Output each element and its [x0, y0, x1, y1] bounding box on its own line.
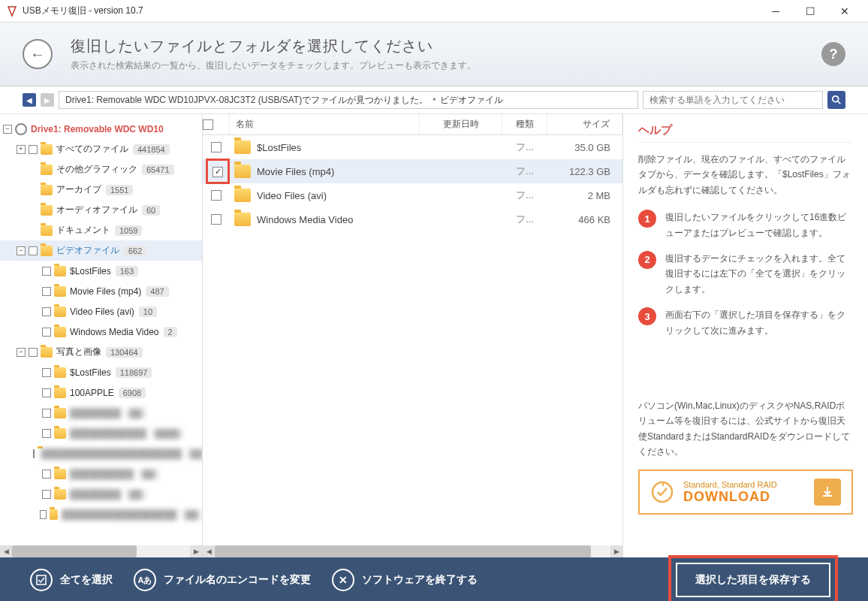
- file-checkbox[interactable]: [211, 142, 222, 153]
- tree-item[interactable]: ████████████████: [0, 423, 202, 443]
- column-date[interactable]: 更新日時: [420, 114, 502, 134]
- help-title: ヘルプ: [638, 123, 853, 143]
- column-name[interactable]: 名前: [230, 114, 420, 134]
- select-all-button[interactable]: 全てを選択: [30, 569, 113, 591]
- step-text: 復旧するデータにチェックを入れます。全て復旧するには左下の「全てを選択」をクリッ…: [665, 251, 853, 297]
- download-button[interactable]: [814, 479, 841, 506]
- save-highlight: 選択した項目を保存する: [668, 555, 838, 601]
- page-subtitle: 表示された検索結果の一覧から、復旧したいデータをチェックします。プレビューも表示…: [71, 59, 476, 72]
- file-size: 2 MB: [547, 190, 622, 201]
- column-size[interactable]: サイズ: [547, 114, 622, 134]
- file-name: Video Files (avi): [257, 190, 327, 201]
- download-icon: [650, 480, 674, 504]
- tree-panel: −Drive1: Removable WDC WD10+すべてのファイル4418…: [0, 114, 203, 557]
- minimize-button[interactable]: ─: [758, 0, 793, 23]
- tree-item[interactable]: ██████████: [0, 403, 202, 423]
- help-panel: ヘルプ 削除ファイル、現在のファイル、すべてのファイルタブから、データを確認しま…: [623, 114, 868, 557]
- folder-icon: [234, 140, 251, 154]
- close-button[interactable]: ✕: [827, 0, 862, 23]
- help-intro: 削除ファイル、現在のファイル、すべてのファイルタブから、データを確認します。「$…: [638, 152, 853, 198]
- file-type: フ...: [502, 189, 547, 202]
- select-all-label: 全てを選択: [60, 573, 113, 587]
- tree-item[interactable]: ██████████: [0, 484, 202, 504]
- select-all-checkbox[interactable]: [203, 119, 213, 130]
- tree-item[interactable]: Windows Media Video2: [0, 322, 202, 342]
- file-size: 35.0 GB: [547, 142, 622, 153]
- file-size: 466 KB: [547, 214, 622, 225]
- nav-back-icon[interactable]: ◀: [23, 93, 36, 107]
- tree-item[interactable]: $LostFiles163: [0, 261, 202, 281]
- file-type: フ...: [502, 213, 547, 226]
- file-checkbox[interactable]: [211, 214, 222, 225]
- app-icon: [6, 5, 18, 17]
- save-label: 選択した項目を保存する: [695, 573, 811, 585]
- tree-item[interactable]: ████████████████████████: [0, 443, 202, 464]
- folder-icon: [234, 189, 251, 202]
- page-title: 復旧したいファイルとフォルダを選択してください: [71, 36, 476, 56]
- tree-item[interactable]: −写真と画像130464: [0, 342, 202, 362]
- tree-item[interactable]: Video Files (avi)10: [0, 301, 202, 322]
- file-scrollbar[interactable]: ◀ ▶: [203, 545, 622, 557]
- tree-item[interactable]: ████████████████████: [0, 504, 202, 524]
- back-button[interactable]: ←: [23, 39, 53, 69]
- exit-button[interactable]: ✕ ソフトウェアを終了する: [332, 569, 478, 591]
- step-number-icon: 3: [638, 307, 656, 325]
- help-step: 2復旧するデータにチェックを入れます。全て復旧するには左下の「全てを選択」をクリ…: [638, 251, 853, 297]
- tree-item[interactable]: ドキュメント1059: [0, 220, 202, 240]
- step-text: 画面右下の「選択した項目を保存する」をクリックして次に進みます。: [665, 307, 853, 338]
- scroll-right-icon[interactable]: ▶: [190, 545, 202, 557]
- help-step: 1復旧したいファイルをクリックして16進数ビューアまたはプレビューで確認します。: [638, 210, 853, 240]
- breadcrumb-current: ビデオファイル: [440, 94, 503, 107]
- encoding-button[interactable]: Aあ ファイル名のエンコードを変更: [134, 569, 311, 591]
- tree-item[interactable]: +すべてのファイル441854: [0, 139, 202, 159]
- file-header: 名前 更新日時 種類 サイズ: [203, 114, 622, 135]
- titlebar: USBメモリ復旧 - version 10.7 ─ ☐ ✕: [0, 0, 868, 23]
- tree-scrollbar[interactable]: ◀ ▶: [0, 545, 202, 557]
- encoding-label: ファイル名のエンコードを変更: [164, 573, 311, 587]
- column-type[interactable]: 種類: [502, 114, 547, 134]
- help-icon[interactable]: ?: [821, 42, 845, 66]
- tree-item[interactable]: Movie Files (mp4)487: [0, 281, 202, 301]
- file-type: フ...: [502, 165, 547, 178]
- search-button[interactable]: [827, 91, 845, 109]
- download-line1: Standard, Standard RAID: [683, 480, 805, 489]
- breadcrumb-row: ◀ ▶ Drive1: Removable WDC WD10JPVX-08JC3…: [0, 86, 868, 114]
- tree-item[interactable]: −ビデオファイル662: [0, 240, 202, 261]
- file-row[interactable]: Windows Media Video フ... 466 KB: [203, 207, 622, 231]
- download-box[interactable]: Standard, Standard RAID DOWNLOAD: [638, 470, 853, 515]
- encoding-icon: Aあ: [134, 569, 156, 591]
- tree-item[interactable]: ████████████: [0, 464, 202, 484]
- file-name: Movie Files (mp4): [257, 166, 334, 177]
- maximize-button[interactable]: ☐: [793, 0, 827, 23]
- scroll-left-icon[interactable]: ◀: [0, 545, 12, 557]
- file-row[interactable]: $LostFiles フ... 35.0 GB: [203, 135, 622, 159]
- exit-icon: ✕: [332, 569, 354, 591]
- search-input[interactable]: [643, 91, 823, 109]
- svg-line-1: [838, 101, 841, 104]
- file-row[interactable]: Video Files (avi) フ... 2 MB: [203, 183, 622, 207]
- main-content: −Drive1: Removable WDC WD10+すべてのファイル4418…: [0, 114, 868, 557]
- tree-item[interactable]: 100APPLE6908: [0, 382, 202, 403]
- breadcrumb-separator: •: [432, 95, 436, 105]
- exit-label: ソフトウェアを終了する: [362, 573, 478, 587]
- file-checkbox[interactable]: [212, 167, 223, 177]
- tree-root[interactable]: −Drive1: Removable WDC WD10: [0, 119, 202, 139]
- footer: 全てを選択 Aあ ファイル名のエンコードを変更 ✕ ソフトウェアを終了する 選択…: [0, 557, 868, 601]
- tree-item[interactable]: オーディオファイル60: [0, 200, 202, 220]
- tree-item[interactable]: その他グラフィック65471: [0, 159, 202, 180]
- select-all-icon: [30, 569, 53, 591]
- header: ← 復旧したいファイルとフォルダを選択してください 表示された検索結果の一覧から…: [0, 23, 868, 86]
- save-button[interactable]: 選択した項目を保存する: [676, 563, 830, 597]
- file-checkbox[interactable]: [211, 190, 222, 201]
- tree-item[interactable]: アーカイブ1551: [0, 180, 202, 200]
- tree-item[interactable]: $LostFiles118697: [0, 362, 202, 382]
- scroll-right-icon[interactable]: ▶: [610, 545, 622, 557]
- breadcrumb[interactable]: Drive1: Removable WDC WD10JPVX-08JC3T2 (…: [59, 91, 638, 109]
- breadcrumb-path: Drive1: Removable WDC WD10JPVX-08JC3T2 (…: [65, 94, 428, 107]
- file-row[interactable]: Movie Files (mp4) フ... 122.3 GB: [203, 159, 622, 183]
- scroll-left-icon[interactable]: ◀: [203, 545, 215, 557]
- checkbox-highlight: [206, 159, 230, 184]
- nav-forward-icon: ▶: [41, 93, 54, 107]
- download-line2: DOWNLOAD: [683, 489, 805, 505]
- file-name: Windows Media Video: [257, 214, 353, 225]
